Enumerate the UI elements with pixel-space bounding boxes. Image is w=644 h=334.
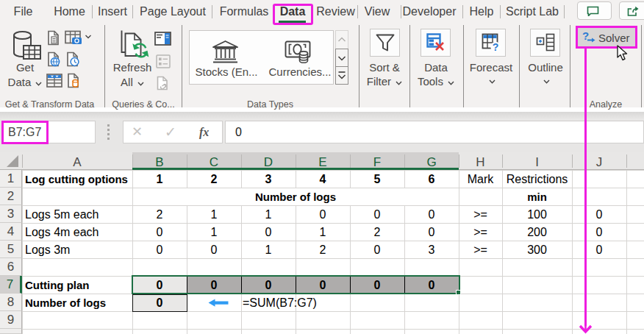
svg-text:?: ? — [493, 41, 499, 53]
